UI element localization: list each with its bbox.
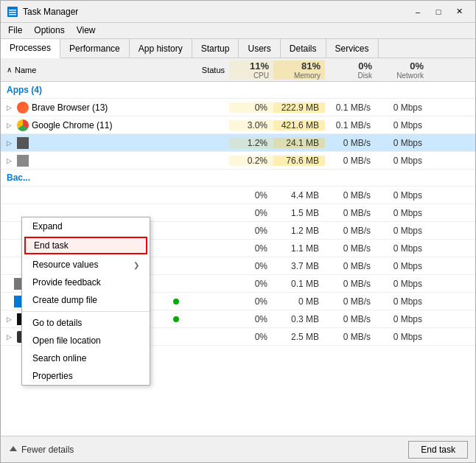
expand-icon[interactable]: ▷ xyxy=(4,138,14,148)
ctx-create-dump-label: Create dump file xyxy=(32,295,97,305)
title-bar: Task Manager – □ ✕ xyxy=(1,1,475,23)
brave-label: Brave Browser (13) xyxy=(32,102,108,113)
expand-icon[interactable]: ▷ xyxy=(4,120,14,130)
bg-row3-cpu: 0% xyxy=(229,226,273,236)
tab-performance[interactable]: Performance xyxy=(60,39,130,58)
menu-bar: File Options View xyxy=(1,23,475,39)
films-memory: 0.3 MB xyxy=(273,314,325,324)
films-expand-icon[interactable]: ▷ xyxy=(4,314,14,324)
feeds-disk: 0 MB/s xyxy=(325,296,377,307)
features-memory: 0.1 MB xyxy=(273,279,325,289)
column-name-label: Name xyxy=(15,66,36,74)
maximize-button[interactable]: □ xyxy=(428,4,449,19)
chrome-label: Google Chrome (11) xyxy=(32,120,112,130)
ctx-end-task[interactable]: End task xyxy=(24,237,147,254)
menu-options[interactable]: Options xyxy=(29,24,69,37)
disk-percent: 0% xyxy=(325,60,372,72)
bg-row3-memory: 1.2 MB xyxy=(273,226,325,236)
features-disk: 0 MB/s xyxy=(325,279,377,289)
end-task-label: End task xyxy=(421,445,455,455)
sort-arrow: ∧ xyxy=(7,66,12,74)
films-status xyxy=(170,314,229,324)
table-row[interactable]: ▷ 1.2% 24.1 MB 0 MB/s 0 Mbps xyxy=(1,134,475,152)
bg-row5-memory: 3.7 MB xyxy=(273,261,325,271)
gaming-memory: 2.5 MB xyxy=(273,332,325,342)
cpu-percent: 11% xyxy=(229,60,269,72)
cpu-label: CPU xyxy=(229,72,269,80)
row-name-4: ▷ xyxy=(1,155,170,167)
table-row[interactable]: ▷ 0.2% 76.6 MB 0 MB/s 0 Mbps xyxy=(1,152,475,170)
menu-file[interactable]: File xyxy=(4,24,27,37)
bg-row2-disk: 0 MB/s xyxy=(325,208,377,218)
table-row[interactable]: ▷ Brave Browser (13) 0% 222.9 MB 0.1 MB/… xyxy=(1,99,475,116)
minimize-button[interactable]: – xyxy=(407,4,428,19)
gaming-expand-icon[interactable]: ▷ xyxy=(4,332,14,342)
selected-cpu: 1.2% xyxy=(229,138,273,148)
expand-icon[interactable]: ▷ xyxy=(4,156,14,166)
films-network: 0 Mbps xyxy=(377,314,428,324)
ctx-arrow-icon: ❯ xyxy=(133,261,139,269)
close-button[interactable]: ✕ xyxy=(449,4,469,19)
column-network-header: 0% Network xyxy=(377,60,428,80)
fewer-details-button[interactable]: Fewer details xyxy=(8,445,74,455)
chrome-icon xyxy=(17,119,29,131)
films-cpu: 0% xyxy=(229,314,273,324)
chrome-memory: 421.6 MB xyxy=(273,120,325,130)
tab-bar: Processes Performance App history Startu… xyxy=(1,39,475,58)
network-label: Network xyxy=(377,72,424,80)
ctx-open-file-label: Open file location xyxy=(32,335,101,346)
ctx-provide-feedback-label: Provide feedback xyxy=(32,277,101,288)
ctx-resource-values-label: Resource values xyxy=(32,260,98,270)
row-name-chrome: ▷ Google Chrome (11) xyxy=(1,119,170,131)
disk-label: Disk xyxy=(325,72,372,80)
expand-icon[interactable]: ▷ xyxy=(4,102,14,113)
ctx-go-to-details[interactable]: Go to details xyxy=(22,314,150,332)
features-network: 0 Mbps xyxy=(377,279,428,289)
bg-row3-disk: 0 MB/s xyxy=(325,226,377,236)
gaming-network: 0 Mbps xyxy=(377,332,428,342)
chrome-disk: 0.1 MB/s xyxy=(325,120,377,130)
films-status-dot xyxy=(173,316,179,322)
ctx-go-to-details-label: Go to details xyxy=(32,318,82,328)
table-row[interactable]: 0% 4.4 MB 0 MB/s 0 Mbps xyxy=(1,187,475,204)
main-content: ∧ Name Status 11% CPU 81% Memory 0% Disk… xyxy=(1,58,475,436)
ctx-properties[interactable]: Properties xyxy=(22,367,150,385)
ctx-expand[interactable]: Expand xyxy=(22,217,150,235)
ctx-resource-values[interactable]: Resource values ❯ xyxy=(22,256,150,274)
column-disk-header: 0% Disk xyxy=(325,60,377,80)
tab-details[interactable]: Details xyxy=(281,39,326,58)
memory-label: Memory xyxy=(273,72,321,80)
app4-memory: 76.6 MB xyxy=(273,156,325,166)
features-cpu: 0% xyxy=(229,279,273,289)
ctx-create-dump[interactable]: Create dump file xyxy=(22,291,150,309)
tab-services[interactable]: Services xyxy=(326,39,379,58)
menu-view[interactable]: View xyxy=(72,24,100,37)
chrome-network: 0 Mbps xyxy=(377,120,428,130)
svg-rect-2 xyxy=(9,12,16,13)
tab-processes[interactable]: Processes xyxy=(1,39,60,58)
app-icon xyxy=(17,137,29,149)
memory-percent: 81% xyxy=(273,60,321,72)
bg-row5-cpu: 0% xyxy=(229,261,273,271)
tab-startup[interactable]: Startup xyxy=(192,39,239,58)
bg-row1-disk: 0 MB/s xyxy=(325,190,377,201)
app4-network: 0 Mbps xyxy=(377,156,428,166)
ctx-expand-label: Expand xyxy=(32,221,63,232)
ctx-search-online[interactable]: Search online xyxy=(22,349,150,367)
table-row[interactable]: ▷ Google Chrome (11) 3.0% 421.6 MB 0.1 M… xyxy=(1,116,475,134)
tab-users[interactable]: Users xyxy=(239,39,280,58)
row-name-selected: ▷ xyxy=(1,137,170,149)
bg-row5-disk: 0 MB/s xyxy=(325,261,377,271)
bg-row1-network: 0 Mbps xyxy=(377,190,428,201)
brave-memory: 222.9 MB xyxy=(273,102,325,113)
bg-row2-network: 0 Mbps xyxy=(377,208,428,218)
selected-network: 0 Mbps xyxy=(377,138,428,148)
bg-row3-network: 0 Mbps xyxy=(377,226,428,236)
app4-disk: 0 MB/s xyxy=(325,156,377,166)
ctx-open-file[interactable]: Open file location xyxy=(22,332,150,349)
ctx-properties-label: Properties xyxy=(32,371,73,381)
tab-app-history[interactable]: App history xyxy=(130,39,192,58)
end-task-button[interactable]: End task xyxy=(408,441,468,459)
ctx-separator xyxy=(22,311,150,312)
ctx-provide-feedback[interactable]: Provide feedback xyxy=(22,274,150,291)
